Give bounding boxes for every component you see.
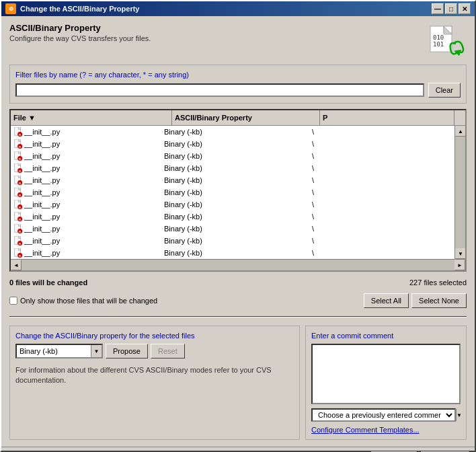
table-row[interactable]: R __init__.py Binary (-kb) \ <box>11 138 454 150</box>
col-file-label: File <box>13 114 26 122</box>
window-title: Change the ASCII/Binary Property <box>20 5 139 13</box>
status-row: 0 files will be changed 227 files select… <box>9 277 467 288</box>
file-name: __init__.py <box>24 152 60 160</box>
page-title: ASCII/Binary Property <box>9 23 151 33</box>
file-table-body[interactable]: R __init__.py Binary (-kb) \ R __init__.… <box>11 126 454 259</box>
cell-name: R __init__.py <box>11 199 161 210</box>
cell-property: Binary (-kb) <box>161 139 309 149</box>
col-header-path[interactable]: P <box>320 110 454 125</box>
file-icon: R <box>13 176 23 185</box>
header-section: ASCII/Binary Property Configure the way … <box>9 23 467 59</box>
table-row[interactable]: R __init__.py Binary (-kb) \ <box>11 186 454 198</box>
ascii-panel: Change the ASCII/Binary property for the… <box>9 326 300 440</box>
bottom-panels: Change the ASCII/Binary property for the… <box>9 326 467 440</box>
cell-property: Binary (-kb) <box>161 188 309 197</box>
table-row[interactable]: R __init__.py Binary (-kb) \ <box>11 247 454 259</box>
table-row[interactable]: R __init__.py Binary (-kb) \ <box>11 223 454 235</box>
content-area: ASCII/Binary Property Configure the way … <box>1 16 475 447</box>
table-row[interactable]: R __init__.py Binary (-kb) \ <box>11 174 454 186</box>
col-header-file[interactable]: File ▼ <box>11 110 172 125</box>
horizontal-scrollbar[interactable]: ◄ ► <box>11 259 465 270</box>
scroll-up-button[interactable]: ▲ <box>455 126 465 137</box>
title-bar: ⚙ Change the ASCII/Binary Property — □ ✕ <box>1 1 475 16</box>
scroll-track <box>455 137 465 248</box>
cell-property: Binary (-kb) <box>161 151 309 161</box>
cell-path: \ <box>309 248 454 258</box>
cell-name: R __init__.py <box>11 175 161 186</box>
cell-name: R __init__.py <box>11 163 161 174</box>
clear-button[interactable]: Clear <box>428 83 461 98</box>
files-changed-status: 0 files will be changed <box>9 278 87 287</box>
cell-property: Binary (-kb) <box>161 163 309 173</box>
file-icon: R <box>13 200 23 209</box>
cell-name: R __init__.py <box>11 235 161 246</box>
ascii-dropdown-row: Binary (-kb) ASCII Unicode ▼ Propose Res… <box>15 344 294 359</box>
cell-property: Binary (-kb) <box>161 236 309 246</box>
ascii-info-text: For information about the different CVS … <box>15 365 294 386</box>
cell-name: R __init__.py <box>11 248 161 258</box>
file-icon: R <box>13 212 23 221</box>
scroll-down-button[interactable]: ▼ <box>455 248 465 259</box>
binary-dropdown[interactable]: Binary (-kb) ASCII Unicode <box>15 344 103 359</box>
table-row[interactable]: R __init__.py Binary (-kb) \ <box>11 211 454 223</box>
reset-button[interactable]: Reset <box>151 344 185 359</box>
title-bar-buttons: — □ ✕ <box>432 3 471 14</box>
file-icon: R <box>13 188 23 197</box>
file-name: __init__.py <box>24 225 60 233</box>
table-row[interactable]: R __init__.py Binary (-kb) \ <box>11 198 454 211</box>
scroll-left-button[interactable]: ◄ <box>11 260 22 270</box>
file-table-header: File ▼ ASCII/Binary Property P <box>11 110 465 126</box>
cell-property: Binary (-kb) <box>161 212 309 221</box>
cell-property: Binary (-kb) <box>161 200 309 209</box>
commit-panel: Enter a commit comment Choose a previous… <box>305 326 467 440</box>
table-row[interactable]: R __init__.py Binary (-kb) \ <box>11 162 454 174</box>
cell-path: \ <box>309 224 454 233</box>
file-icon: R <box>13 224 23 233</box>
header-icon: 010 101 <box>424 23 467 59</box>
table-row[interactable]: R __init__.py Binary (-kb) \ <box>11 150 454 162</box>
file-icon: R <box>13 139 23 149</box>
filter-label: Filter files by name (? = any character,… <box>15 71 461 79</box>
close-button[interactable]: ✕ <box>459 3 471 14</box>
file-name: __init__.py <box>24 237 60 245</box>
col-header-property[interactable]: ASCII/Binary Property <box>172 110 320 125</box>
only-changed-checkbox[interactable] <box>9 297 17 305</box>
cell-name: R __init__.py <box>11 187 161 198</box>
file-name: __init__.py <box>24 164 60 172</box>
only-changed-label[interactable]: Only show those files that will be chang… <box>9 297 157 305</box>
cell-property: Binary (-kb) <box>161 224 309 233</box>
page-description: Configure the way CVS transfers your fil… <box>9 34 151 42</box>
commit-textarea[interactable] <box>311 344 461 404</box>
file-name: __init__.py <box>24 249 60 257</box>
table-row[interactable]: R __init__.py Binary (-kb) \ <box>11 235 454 247</box>
select-none-button[interactable]: Select None <box>411 293 467 308</box>
filter-group: Filter files by name (? = any character,… <box>9 65 467 104</box>
divider <box>9 316 467 317</box>
filter-row: Clear <box>15 83 461 98</box>
filter-input[interactable] <box>15 83 424 97</box>
propose-button[interactable]: Propose <box>106 344 148 359</box>
binary-icon: 010 101 <box>425 25 465 57</box>
cell-name: R __init__.py <box>11 126 161 137</box>
checkbox-row: Only show those files that will be chang… <box>9 293 467 308</box>
only-changed-text: Only show those files that will be chang… <box>20 297 157 305</box>
scroll-right-button[interactable]: ► <box>454 260 465 270</box>
file-name: __init__.py <box>24 213 60 221</box>
files-selected-status: 227 files selected <box>409 278 467 287</box>
cell-name: R __init__.py <box>11 211 161 222</box>
svg-text:010: 010 <box>433 34 444 41</box>
cell-path: \ <box>309 236 454 246</box>
file-icon: R <box>13 248 23 258</box>
col-path-label: P <box>323 114 327 122</box>
cell-path: \ <box>309 212 454 221</box>
header-scroll-spacer <box>454 110 465 125</box>
select-all-button[interactable]: Select All <box>364 293 409 308</box>
configure-link[interactable]: Configure Comment Templates... <box>311 426 461 434</box>
cell-path: \ <box>309 127 454 137</box>
table-row[interactable]: R __init__.py Binary (-kb) \ <box>11 126 454 138</box>
vertical-scrollbar[interactable]: ▲ ▼ <box>454 126 465 259</box>
minimize-button[interactable]: — <box>432 3 444 14</box>
file-icon: R <box>13 127 23 137</box>
commit-history-dropdown[interactable]: Choose a previously entered commer <box>311 408 456 422</box>
maximize-button[interactable]: □ <box>445 3 457 14</box>
